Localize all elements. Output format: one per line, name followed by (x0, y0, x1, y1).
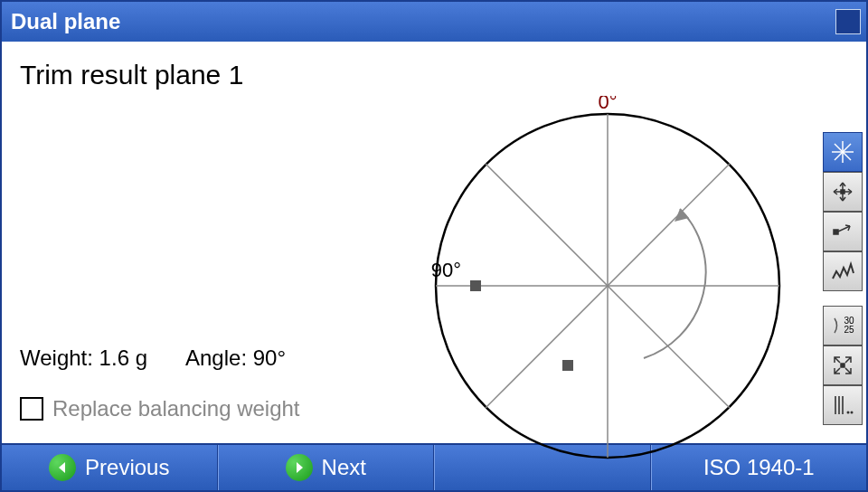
app-window: Dual plane Trim result plane 1 Weight: 1… (0, 0, 868, 492)
replace-weight-row[interactable]: Replace balancing weight (20, 396, 300, 421)
polar-label-90: 90° (431, 259, 461, 281)
vector-icon[interactable] (823, 212, 863, 251)
view-toolbar: 3025 (823, 132, 863, 425)
replace-label: Replace balancing weight (52, 396, 300, 421)
collapse-icon[interactable] (823, 345, 863, 385)
weight-label: Weight: (20, 345, 93, 370)
spline-icon[interactable] (823, 251, 863, 291)
arrow-right-icon (286, 454, 313, 481)
rotation-arrow-icon (644, 209, 706, 358)
close-icon[interactable] (835, 9, 861, 34)
page-title: Trim result plane 1 (20, 60, 866, 90)
angle-value: 90° (253, 345, 286, 370)
polar-view-icon[interactable] (823, 132, 863, 172)
svg-point-10 (847, 412, 850, 414)
move-icon[interactable] (823, 172, 863, 212)
next-label: Next (322, 455, 366, 480)
titlebar: Dual plane (2, 2, 866, 42)
options-icon[interactable] (823, 385, 863, 425)
result-metrics: Weight: 1.6 g Angle: 90° (20, 345, 286, 371)
weight-marker-90 (470, 280, 481, 291)
polar-plot: 0° 90° (418, 96, 797, 476)
polar-label-0: 0° (598, 96, 617, 113)
svg-rect-9 (841, 364, 844, 367)
previous-label: Previous (85, 455, 169, 480)
angle-3025-icon[interactable]: 3025 (823, 306, 863, 345)
previous-button[interactable]: Previous (2, 445, 218, 490)
next-button[interactable]: Next (218, 445, 435, 490)
weight-marker-secondary (562, 360, 573, 371)
window-title: Dual plane (11, 9, 120, 34)
svg-point-11 (851, 412, 854, 414)
svg-rect-7 (834, 230, 838, 234)
svg-rect-6 (841, 190, 844, 194)
content-area: Trim result plane 1 Weight: 1.6 g Angle:… (2, 42, 866, 443)
angle-label: Angle: (185, 345, 247, 370)
weight-value: 1.6 g (99, 345, 147, 370)
arrow-left-icon (49, 454, 76, 481)
replace-checkbox[interactable] (20, 397, 43, 421)
rotation-arrowhead-icon (675, 209, 689, 222)
